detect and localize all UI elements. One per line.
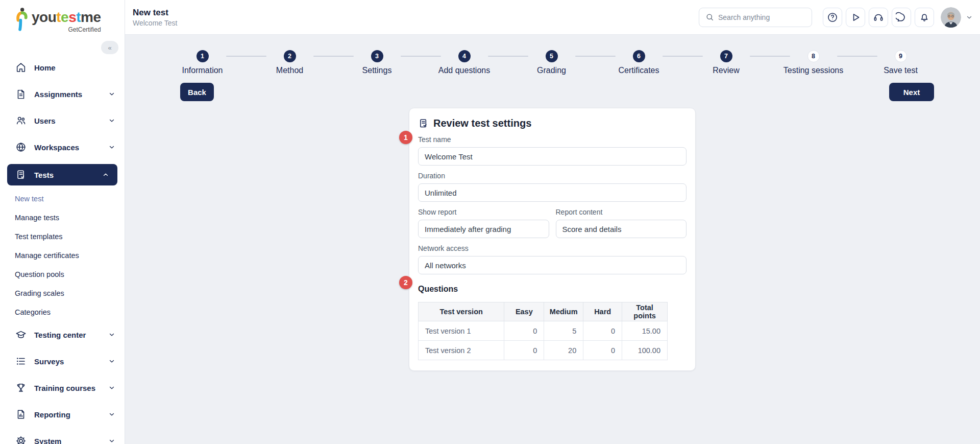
report-content-label: Report content	[556, 208, 687, 216]
subitem-label: Question pools	[15, 270, 64, 278]
global-search[interactable]	[699, 8, 812, 27]
system-icon	[15, 435, 27, 444]
support-button[interactable]	[869, 8, 888, 27]
chevron-down-icon	[108, 358, 115, 365]
sidebar-item-label: Training courses	[34, 384, 95, 392]
table-row: Test version 1 0 5 0 15.00	[419, 321, 668, 341]
collapse-sidebar-button[interactable]: «	[101, 41, 118, 54]
chevron-double-left-icon: «	[108, 44, 111, 52]
step-label: Settings	[362, 66, 392, 75]
chevron-down-icon	[108, 411, 115, 418]
sidebar-subitem-grading-scales[interactable]: Grading scales	[0, 284, 125, 302]
chevron-down-icon	[108, 437, 115, 444]
sidebar-subitem-new-test[interactable]: New test	[0, 189, 125, 208]
testing-center-icon	[15, 329, 27, 340]
brand-seg-e: e	[61, 9, 68, 25]
sidebar-item-assignments[interactable]: Assignments	[0, 81, 125, 107]
step-grading[interactable]: 5 Grading	[508, 50, 595, 75]
search-input[interactable]	[718, 13, 805, 21]
sidebar-item-workspaces[interactable]: Workspaces	[0, 134, 125, 160]
col-total-points: Total points	[622, 302, 668, 321]
card-title-row: Review test settings	[418, 118, 687, 129]
network-access-field[interactable]	[418, 256, 687, 274]
brand-seg-t2: t	[76, 9, 81, 25]
step-method[interactable]: 2 Method	[246, 50, 333, 75]
cell-hard: 0	[583, 321, 622, 341]
brand-wordmark: youtestme GetCertified	[32, 10, 101, 33]
col-test-version: Test version	[419, 302, 504, 321]
main-content: 1 Information 2 Method 3 Settings 4 Add …	[125, 35, 980, 444]
next-button[interactable]: Next	[889, 83, 934, 101]
table-row: Test version 2 0 20 0 100.00	[419, 341, 668, 360]
sidebar-subitem-question-pools[interactable]: Question pools	[0, 265, 125, 284]
help-button[interactable]	[823, 8, 842, 27]
step-review[interactable]: 7 Review	[682, 50, 770, 75]
sidebar-item-label: System	[34, 437, 61, 444]
sidebar: youtestme GetCertified « Home Assignment…	[0, 0, 125, 444]
step-number: 3	[371, 50, 383, 62]
sidebar-subitem-manage-tests[interactable]: Manage tests	[0, 208, 125, 227]
training-courses-icon	[15, 382, 27, 393]
sidebar-item-testing-center[interactable]: Testing center	[0, 321, 125, 348]
step-information[interactable]: 1 Information	[159, 50, 246, 75]
subitem-label: Manage tests	[15, 214, 59, 222]
messages-button[interactable]	[892, 8, 911, 27]
sidebar-subitem-manage-certificates[interactable]: Manage certificates	[0, 246, 125, 265]
col-easy: Easy	[504, 302, 544, 321]
subitem-label: Categories	[15, 308, 51, 316]
show-report-label: Show report	[418, 208, 549, 216]
step-number: 6	[633, 50, 645, 62]
tests-icon	[15, 169, 27, 180]
report-content-field[interactable]	[556, 220, 687, 238]
step-label: Testing sessions	[783, 66, 843, 75]
step-label: Certificates	[618, 66, 659, 75]
cell-medium: 20	[544, 341, 583, 360]
cell-medium: 5	[544, 321, 583, 341]
sidebar-item-tests[interactable]: Tests	[7, 164, 117, 185]
account-menu-chevron-down-icon[interactable]	[966, 14, 973, 21]
card-title: Review test settings	[433, 118, 531, 129]
test-name-field[interactable]	[418, 147, 687, 166]
header-title-block: New test Welcome Test	[133, 7, 177, 27]
page-title: New test	[133, 7, 177, 18]
chevron-up-icon	[102, 171, 109, 178]
step-add-questions[interactable]: 4 Add questions	[421, 50, 508, 75]
sidebar-subitem-test-templates[interactable]: Test templates	[0, 227, 125, 246]
sidebar-item-home[interactable]: Home	[0, 54, 125, 81]
sidebar-item-system[interactable]: System	[0, 428, 125, 444]
step-number: 4	[458, 50, 471, 62]
sidebar-item-label: Surveys	[34, 357, 64, 366]
step-certificates[interactable]: 6 Certificates	[595, 50, 682, 75]
duration-label: Duration	[418, 172, 687, 180]
step-number: 7	[720, 50, 732, 62]
step-save-test[interactable]: 9 Save test	[857, 50, 944, 75]
sidebar-item-label: Users	[34, 116, 56, 125]
step-settings[interactable]: 3 Settings	[333, 50, 421, 75]
cell-test-version: Test version 2	[419, 341, 504, 360]
sidebar-nav: Home Assignments Users Workspaces	[0, 54, 125, 444]
reporting-icon	[15, 409, 27, 420]
brand-seg-me: me	[81, 9, 101, 25]
duration-field[interactable]	[418, 183, 687, 202]
back-button[interactable]: Back	[180, 83, 214, 101]
step-testing-sessions[interactable]: 8 Testing sessions	[770, 50, 857, 75]
cell-hard: 0	[583, 341, 622, 360]
user-avatar[interactable]	[941, 7, 961, 28]
chat-icon	[896, 12, 907, 23]
notifications-button[interactable]	[915, 8, 934, 27]
chevron-down-icon	[108, 90, 115, 98]
sidebar-subitem-categories[interactable]: Categories	[0, 302, 125, 321]
sidebar-item-label: Workspaces	[34, 143, 79, 152]
show-report-field[interactable]	[418, 220, 549, 238]
step-label: Grading	[537, 66, 566, 75]
step-number: 2	[284, 50, 296, 62]
step-number: 1	[197, 50, 209, 62]
sidebar-item-surveys[interactable]: Surveys	[0, 348, 125, 375]
subitem-label: Grading scales	[15, 289, 64, 297]
tour-button[interactable]	[846, 8, 865, 27]
sidebar-item-training-courses[interactable]: Training courses	[0, 375, 125, 401]
sidebar-item-reporting[interactable]: Reporting	[0, 401, 125, 428]
chevron-down-icon	[108, 384, 115, 391]
bell-icon	[919, 12, 930, 23]
sidebar-item-users[interactable]: Users	[0, 107, 125, 134]
